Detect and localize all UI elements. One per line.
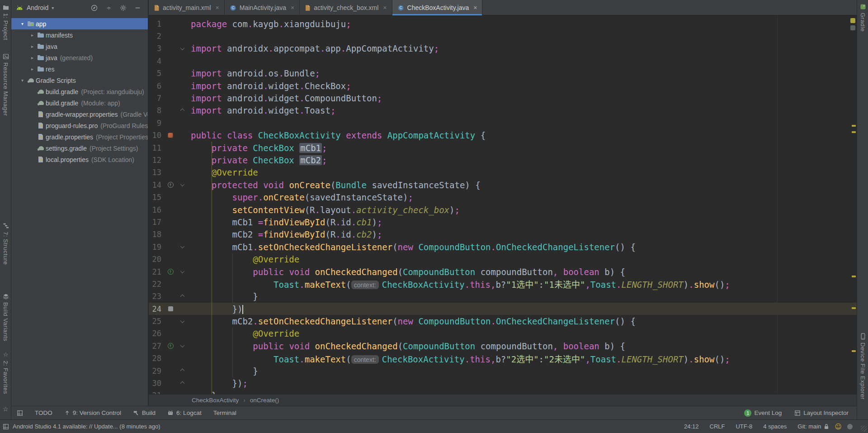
toolwindow-toggle-icon[interactable] <box>17 410 23 416</box>
fold-toggle-icon[interactable] <box>177 344 188 347</box>
status-caret-position[interactable]: 24:12 <box>684 423 699 430</box>
close-tab-icon[interactable]: × <box>473 4 477 11</box>
toolwindow-button-gradle[interactable]: Gradle <box>857 4 868 32</box>
toolbar-button-event-log[interactable]: 1Event Log <box>744 409 782 417</box>
line-number[interactable]: 5 <box>149 69 164 78</box>
status-circle-icon[interactable] <box>847 424 853 429</box>
code-line-10[interactable]: 10public class CheckBoxActivity extends … <box>149 129 857 142</box>
code-line-8[interactable]: 8import android.widget.Toast; <box>149 105 857 117</box>
tree-item-java-generated[interactable]: ▸java(generated) <box>11 52 148 63</box>
line-number[interactable]: 4 <box>149 57 164 66</box>
line-number[interactable]: 16 <box>149 205 164 214</box>
warning-stripe-mark[interactable] <box>852 350 856 352</box>
tree-item-res[interactable]: ▸res <box>11 63 148 75</box>
code-line-20[interactable]: 20 @Override <box>149 253 857 265</box>
tree-item-settings-gradle-project-settings[interactable]: settings.gradle(Project Settings) <box>11 143 148 154</box>
implements-marker-icon[interactable]: ↑ <box>168 269 174 275</box>
toolwindow-button-project[interactable]: 1: Project <box>0 5 11 40</box>
tab-activity-main-xml[interactable]: activity_main.xml× <box>149 0 225 15</box>
code-line-5[interactable]: 5import android.os.Bundle; <box>149 67 857 80</box>
feedback-smiley-icon[interactable]: ☺ <box>835 423 842 431</box>
statusbar-toolwindow-toggle-icon[interactable] <box>3 423 9 430</box>
toolbar-button-6-logcat[interactable]: 6: Logcat <box>167 409 202 416</box>
tree-item-gradle-scripts[interactable]: ▾Gradle Scripts <box>11 75 148 86</box>
line-number[interactable]: 23 <box>149 292 164 301</box>
line-number[interactable]: 27 <box>149 342 164 351</box>
status-line-separator[interactable]: CRLF <box>710 423 725 430</box>
line-number[interactable]: 28 <box>149 354 164 363</box>
code-line-22[interactable]: 22 Toast.makeText(context:CheckBoxActivi… <box>149 278 857 290</box>
code-line-9[interactable]: 9 <box>149 117 857 129</box>
line-number[interactable]: 20 <box>149 255 164 264</box>
view-options-icon[interactable]: ÷ <box>105 4 113 12</box>
status-indent-style[interactable]: 4 spaces <box>763 423 787 430</box>
toolwindow-button-favorites[interactable]: ☆2: Favorites <box>0 351 11 394</box>
status-git-branch[interactable]: Git: main <box>797 423 821 430</box>
warning-stripe-mark[interactable] <box>852 125 856 127</box>
code-line-27[interactable]: 27↑ public void onCheckedChanged(Compoun… <box>149 340 857 352</box>
toolbar-button-build[interactable]: Build <box>133 409 156 416</box>
code-line-15[interactable]: 15 super.onCreate(savedInstanceState); <box>149 191 857 203</box>
code-line-17[interactable]: 17 mCb1 =findViewById(R.id.cb1); <box>149 216 857 228</box>
overrides-marker-icon[interactable]: ↑ <box>168 182 174 188</box>
warning-stripe-mark[interactable] <box>852 131 856 133</box>
line-number[interactable]: 15 <box>149 193 164 202</box>
code-line-14[interactable]: 14↑ protected void onCreate(Bundle saved… <box>149 179 857 191</box>
code-line-30[interactable]: 30 }); <box>149 377 857 389</box>
tree-item-app[interactable]: ▾app <box>11 18 148 29</box>
line-number[interactable]: 22 <box>149 280 164 289</box>
code-line-24[interactable]: 24 }) <box>149 303 857 315</box>
toolwindow-button-build-variants[interactable]: Build Variants <box>0 293 11 341</box>
close-tab-icon[interactable]: × <box>216 4 219 11</box>
line-number[interactable]: 13 <box>149 168 164 177</box>
fold-toggle-icon[interactable] <box>177 369 188 372</box>
tab-checkboxactivity-java[interactable]: CCheckBoxActivity.java× <box>392 0 483 15</box>
tab-mainactivity-java[interactable]: CMainActivity.java× <box>225 0 300 15</box>
line-number[interactable]: 19 <box>149 243 164 252</box>
code-line-4[interactable]: 4 <box>149 55 857 67</box>
close-tab-icon[interactable]: × <box>383 4 387 11</box>
code-line-21[interactable]: 21↑ public void onCheckedChanged(Compoun… <box>149 266 857 278</box>
line-number[interactable]: 30 <box>149 379 164 388</box>
fold-toggle-icon[interactable] <box>177 109 188 112</box>
expand-arrow-icon[interactable]: ▸ <box>28 33 36 38</box>
code-line-1[interactable]: 1package com.kaygb.xiangduibuju; <box>149 18 857 30</box>
settings-icon[interactable] <box>119 4 127 12</box>
fold-toggle-icon[interactable] <box>177 270 188 273</box>
hide-icon[interactable] <box>134 4 142 12</box>
code-line-13[interactable]: 13 @Override <box>149 167 857 179</box>
line-number[interactable]: 11 <box>149 143 164 152</box>
code-line-19[interactable]: 19 mCb1.setOnCheckedChangeListener(new C… <box>149 241 857 253</box>
fold-toggle-icon[interactable] <box>177 295 188 298</box>
resize-grip[interactable] <box>861 426 867 432</box>
expand-arrow-icon[interactable]: ▸ <box>28 55 36 60</box>
code-line-2[interactable]: 2 <box>149 30 857 42</box>
fold-toggle-icon[interactable] <box>177 47 188 50</box>
toolbar-button-terminal[interactable]: Terminal <box>213 409 236 416</box>
line-number[interactable]: 24 <box>149 305 164 314</box>
line-number[interactable]: 29 <box>149 366 164 376</box>
code-line-18[interactable]: 18 mCb2 =findViewById(R.id.cb2); <box>149 228 857 241</box>
code-line-31[interactable]: 31 } <box>149 390 857 394</box>
line-number[interactable]: 25 <box>149 317 164 326</box>
line-number[interactable]: 2 <box>149 32 164 41</box>
tree-item-proguard-rules-pro-proguard-rules-for-app[interactable]: proguard-rules.pro(ProGuard Rules for ap… <box>11 120 148 131</box>
inspections-indicator-secondary-icon[interactable] <box>850 25 855 30</box>
implements-marker-icon[interactable]: ↑ <box>168 343 174 349</box>
line-number[interactable]: 10 <box>149 131 164 140</box>
collapse-arrow-icon[interactable]: ▾ <box>19 78 26 83</box>
line-number[interactable]: 31 <box>149 391 164 394</box>
line-number[interactable]: 1 <box>149 19 164 29</box>
line-number[interactable]: 18 <box>149 230 164 239</box>
fold-toggle-icon[interactable] <box>177 320 188 323</box>
line-number[interactable]: 8 <box>149 106 164 115</box>
tree-item-java[interactable]: ▸java <box>11 41 148 52</box>
fold-toggle-icon[interactable] <box>177 183 188 186</box>
expand-arrow-icon[interactable]: ▸ <box>28 67 36 71</box>
class-gutter-icon[interactable] <box>168 133 173 138</box>
inspections-indicator-icon[interactable] <box>850 18 855 23</box>
line-number[interactable]: 9 <box>149 119 164 128</box>
code-line-25[interactable]: 25 mCb2.setOnCheckedChangeListener(new C… <box>149 315 857 327</box>
code-line-29[interactable]: 29 } <box>149 365 857 377</box>
code-line-11[interactable]: 11 private CheckBox mCb1; <box>149 142 857 154</box>
